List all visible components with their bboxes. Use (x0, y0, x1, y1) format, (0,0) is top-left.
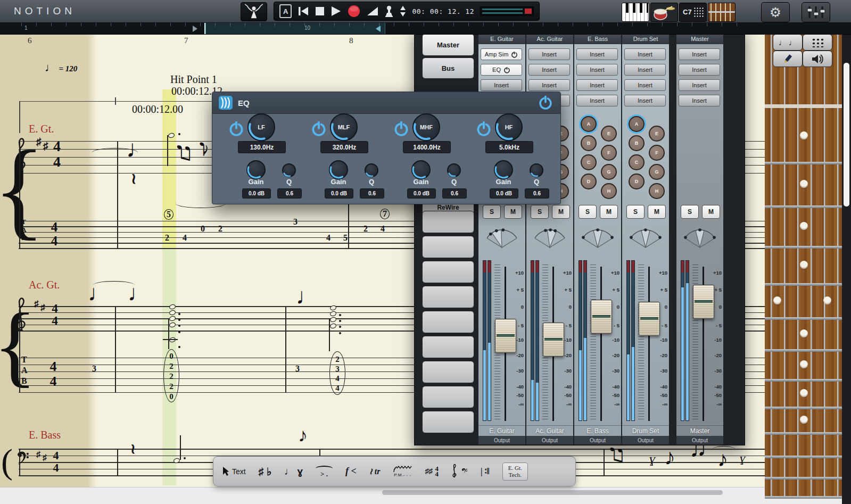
virtual-drumpad-button[interactable] (650, 3, 678, 22)
pan-control[interactable] (626, 224, 665, 249)
mixer-blank-button[interactable] (422, 211, 474, 233)
macro-knob-G[interactable]: G (649, 164, 665, 180)
solo-button[interactable]: S (681, 205, 699, 219)
tab-chord-group[interactable]: 2344 (329, 351, 345, 395)
eq-band-q-knob[interactable] (447, 163, 461, 177)
marker-left-icon[interactable] (376, 26, 381, 32)
solo-button[interactable]: S (483, 205, 501, 219)
mixer-blank-button[interactable] (422, 236, 474, 258)
tab-number-circled[interactable]: 5 (164, 209, 173, 220)
tab-number[interactable]: 2 (218, 224, 222, 234)
mixer-tab-bus[interactable]: Bus (422, 57, 474, 79)
horizontal-scrollbar-thumb[interactable] (382, 490, 723, 495)
insert-slot-button[interactable]: Insert (679, 64, 720, 76)
vertical-scrollbar-thumb[interactable] (844, 63, 849, 206)
tab-number[interactable]: 3 (293, 217, 298, 227)
nudge-up-down-icon[interactable] (400, 5, 406, 17)
annotate-button[interactable]: A (279, 4, 292, 18)
tab-number[interactable]: 0 (201, 224, 205, 234)
marker-right-icon[interactable] (193, 26, 197, 32)
macro-knob-F[interactable]: F (601, 145, 617, 161)
eq-band-frequency-knob[interactable]: MLF (330, 113, 358, 141)
note-glyph[interactable]: ♩ (296, 285, 318, 308)
eq-power-button[interactable] (538, 95, 553, 110)
eq-band-power-button[interactable] (311, 121, 327, 137)
insert-slot-button[interactable]: Insert (576, 95, 618, 106)
eq-band-gain-knob[interactable] (411, 160, 431, 179)
pan-control[interactable] (531, 224, 569, 249)
record-button[interactable] (347, 4, 361, 18)
fretboard-edit-button[interactable] (773, 51, 803, 67)
macro-knob-E[interactable]: E (649, 126, 665, 142)
volume-fade-icon[interactable] (367, 6, 378, 16)
eq-band-power-button[interactable] (228, 121, 244, 137)
channel-output-label[interactable]: Output (526, 436, 573, 444)
mute-button[interactable]: M (504, 205, 522, 219)
eq-band-frequency-knob[interactable]: MHF (412, 113, 440, 141)
solo-button[interactable]: S (579, 205, 597, 219)
volume-fader-handle[interactable] (693, 285, 714, 319)
guitar-string[interactable] (837, 34, 839, 498)
virtual-piano-button[interactable] (622, 3, 649, 22)
insert-slot-button[interactable]: Insert (624, 48, 666, 60)
mixer-blank-button[interactable] (422, 336, 474, 358)
mixer-blank-button[interactable] (422, 261, 474, 283)
mixer-toggle-button[interactable] (802, 2, 830, 22)
channel-output-label[interactable]: Output (676, 436, 723, 444)
tab-number[interactable]: 3 (92, 364, 96, 374)
insert-slot-button[interactable]: Insert (679, 48, 720, 60)
guitar-string[interactable] (771, 34, 772, 498)
virtual-fretboard-button[interactable] (708, 3, 736, 22)
fader-track[interactable] (600, 267, 602, 421)
eq-band-power-button[interactable] (476, 121, 492, 137)
eq-title-bar[interactable]: EQ (212, 92, 560, 114)
note-glyph[interactable]: ♪ (298, 426, 308, 445)
mixer-tab-master[interactable]: Master (422, 34, 474, 56)
pan-control[interactable] (579, 224, 617, 249)
mute-button[interactable]: M (552, 205, 570, 219)
eq-band-power-button[interactable] (393, 121, 409, 137)
mixer-blank-button[interactable] (422, 311, 474, 333)
guitar-string[interactable] (797, 34, 799, 498)
macro-knob-F[interactable]: F (649, 145, 665, 161)
insert-slot-button[interactable]: Insert (679, 79, 720, 91)
settings-button[interactable]: ⚙ (761, 2, 790, 22)
channel-output-label[interactable]: Output (622, 436, 669, 444)
note-glyph[interactable]: ♪ (197, 138, 210, 163)
insert-slot-button[interactable]: Insert (576, 64, 618, 76)
fretboard-panel[interactable] (765, 34, 842, 498)
macro-knob-C[interactable]: C (629, 154, 645, 170)
volume-fader-handle[interactable] (543, 323, 564, 357)
macro-knob-A[interactable]: A (581, 116, 597, 132)
note-glyph[interactable]: ♪ (664, 446, 675, 468)
tab-number-circled[interactable]: 7 (380, 209, 390, 219)
eq-band-frequency-knob[interactable]: LF (247, 113, 275, 141)
macro-knob-D[interactable]: D (629, 173, 645, 189)
tab-chord-group[interactable]: 02220 (163, 349, 179, 402)
mute-button[interactable]: M (600, 205, 618, 219)
tab-number[interactable]: 3 (295, 364, 300, 374)
insert-slot-button[interactable]: Insert (679, 95, 720, 106)
fader-track[interactable] (648, 267, 650, 421)
mute-button[interactable]: M (648, 205, 666, 219)
volume-fader-handle[interactable] (591, 300, 612, 334)
note-glyph[interactable]: ♩ (126, 136, 151, 161)
insert-slot-button[interactable]: Insert (624, 64, 666, 76)
note-glyph[interactable]: ɣ (740, 452, 745, 464)
macro-knob-D[interactable]: D (581, 173, 597, 189)
note-glyph[interactable]: ≀ (130, 442, 136, 456)
insert-slot-button[interactable]: Insert (528, 48, 570, 60)
note-glyph[interactable]: ♫ (173, 142, 194, 168)
eq-band-gain-knob[interactable] (246, 160, 266, 179)
fretboard-notes-button[interactable]: ♩ ♩ (773, 34, 803, 51)
insert-slot-button[interactable]: Insert (528, 79, 570, 91)
articulations-tool[interactable]: > . (316, 466, 333, 477)
macro-knob-C[interactable]: C (581, 154, 597, 170)
rewind-button[interactable] (298, 6, 309, 16)
macro-knob-B[interactable]: B (629, 135, 645, 151)
tab-number[interactable]: 4 (183, 233, 187, 243)
mixer-blank-button[interactable] (422, 361, 474, 383)
solo-button[interactable]: S (531, 205, 549, 219)
mixer-blank-button[interactable] (422, 386, 474, 408)
insert-slot-button[interactable]: Insert (576, 79, 618, 91)
